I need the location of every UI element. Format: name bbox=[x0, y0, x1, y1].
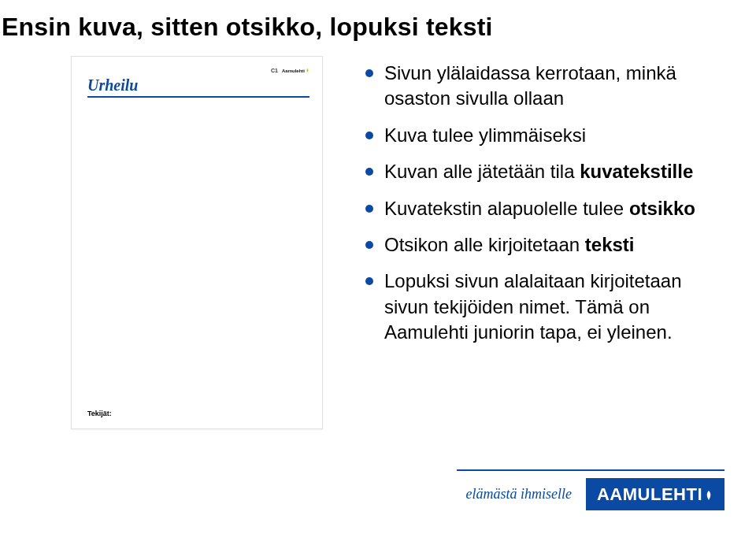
bullet-text: Kuvan alle jätetään tila kuvatekstille bbox=[384, 159, 724, 184]
list-item: Lopuksi sivun alalaitaan kirjoitetaan si… bbox=[365, 269, 724, 345]
content-row: C1 Aamulehti Urheilu Tekijät: Sivun yläl… bbox=[0, 42, 756, 429]
list-item: Otsikon alle kirjoitetaan teksti bbox=[365, 232, 724, 258]
footer: elämästä ihmiselle AAMULEHTI bbox=[465, 478, 724, 510]
mini-brand: Aamulehti bbox=[282, 69, 309, 73]
page-top-meta: C1 Aamulehti bbox=[87, 68, 309, 73]
leaf-icon bbox=[704, 491, 713, 500]
bullet-dot-icon bbox=[365, 205, 373, 213]
bullet-text: Otsikon alle kirjoitetaan teksti bbox=[384, 232, 724, 258]
page-inner: C1 Aamulehti Urheilu Tekijät: bbox=[87, 68, 309, 417]
list-item: Sivun ylälaidassa kerrotaan, minkä osast… bbox=[365, 61, 724, 112]
bullet-dot-icon bbox=[365, 132, 373, 139]
bullet-dot-icon bbox=[365, 241, 373, 249]
list-item: Kuvatekstin alapuolelle tulee otsikko bbox=[365, 196, 724, 221]
bullet-list: Sivun ylälaidassa kerrotaan, minkä osast… bbox=[365, 56, 724, 429]
tekijat-label: Tekijät: bbox=[87, 410, 112, 417]
bullet-text: Sivun ylälaidassa kerrotaan, minkä osast… bbox=[384, 61, 724, 112]
mini-brand-text: Aamulehti bbox=[282, 69, 305, 73]
slide-title: Ensin kuva, sitten otsikko, lopuksi teks… bbox=[0, 0, 756, 42]
bullet-text: Lopuksi sivun alalaitaan kirjoitetaan si… bbox=[384, 269, 724, 345]
bullet-dot-icon bbox=[365, 277, 373, 285]
page-number: C1 bbox=[271, 68, 278, 73]
footer-tagline: elämästä ihmiselle bbox=[465, 486, 571, 502]
bullet-text: Kuvatekstin alapuolelle tulee otsikko bbox=[384, 196, 724, 221]
bullet-dot-icon bbox=[365, 69, 373, 77]
brand-box: AAMULEHTI bbox=[586, 478, 724, 510]
list-item: Kuvan alle jätetään tila kuvatekstille bbox=[365, 159, 724, 184]
leaf-icon bbox=[306, 69, 309, 72]
slide: Ensin kuva, sitten otsikko, lopuksi teks… bbox=[0, 0, 756, 534]
bullet-dot-icon bbox=[365, 168, 373, 176]
brand-name: AAMULEHTI bbox=[597, 484, 702, 505]
list-item: Kuva tulee ylimmäiseksi bbox=[365, 123, 724, 148]
page-preview: C1 Aamulehti Urheilu Tekijät: bbox=[71, 56, 323, 429]
bullet-text: Kuva tulee ylimmäiseksi bbox=[384, 123, 724, 148]
section-heading: Urheilu bbox=[87, 76, 309, 95]
section-rule bbox=[87, 96, 309, 98]
